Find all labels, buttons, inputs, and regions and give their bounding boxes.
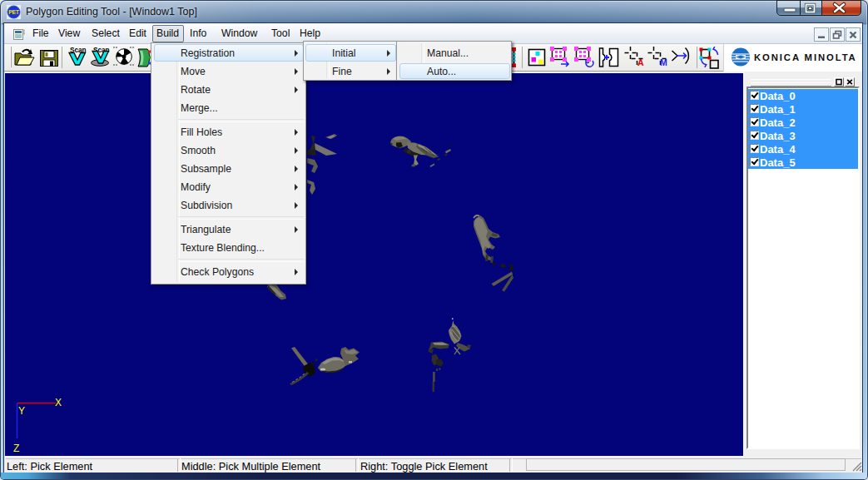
svg-text:PET: PET xyxy=(8,9,20,15)
svg-text:M: M xyxy=(660,57,667,67)
svg-text:Y: Y xyxy=(18,405,25,417)
svg-text:Z: Z xyxy=(13,443,19,454)
svg-text:X: X xyxy=(55,397,62,408)
svg-text:A: A xyxy=(637,57,644,67)
svg-text:KONICA MINOLTA: KONICA MINOLTA xyxy=(754,52,857,62)
